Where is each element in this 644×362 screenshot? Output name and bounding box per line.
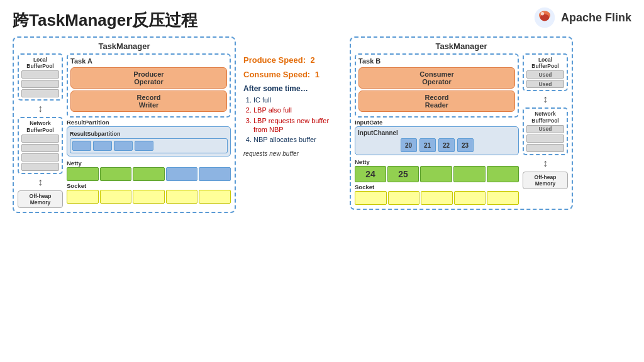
ic-cell-22: 22	[438, 138, 455, 152]
produce-speed-line: Produce Speed: 2	[243, 55, 342, 65]
right-offheap: Off-heapMemory	[523, 172, 568, 189]
left-net-buf-2	[21, 144, 59, 152]
right-socket-cell-2	[388, 191, 420, 205]
left-netty-cell-5	[199, 167, 231, 181]
right-socket-cell-3	[421, 191, 453, 205]
task-a-label: Task A	[70, 57, 227, 65]
right-local-bp-grid: Used Used	[526, 70, 564, 88]
task-b-label: Task B	[358, 57, 515, 65]
middle-annotation: Produce Speed: 2 Consume Speed: 1 After …	[241, 36, 345, 157]
left-socket-cell-3	[133, 190, 165, 204]
record-writer: RecordWriter	[70, 90, 227, 112]
right-buffer-pools: LocalBufferPool Used Used ↕ NetworkBuffe…	[523, 53, 568, 189]
left-task-col: Task A ProducerOperator RecordWriter Res…	[67, 53, 231, 204]
ic-row: 20 21 22 23	[358, 138, 516, 152]
ic-cell-20: 20	[401, 138, 417, 152]
left-socket-cell-1	[67, 190, 99, 204]
right-local-bp-title: LocalBufferPool	[526, 57, 564, 69]
after-item-3: LBP requests new buffer from NBP	[253, 116, 342, 134]
left-local-buf-2	[21, 80, 59, 88]
result-subpartition-label: ResultSubpartition	[70, 131, 228, 137]
right-socket-cell-1	[355, 191, 387, 205]
inputchannel: InputChannel 20 21 22 23	[355, 126, 519, 155]
after-item-1: IC full	[253, 96, 342, 104]
inputchannel-label: InputChannel	[358, 129, 516, 136]
left-net-buf-3	[21, 153, 59, 162]
after-time-list: IC full LBP also full LBP requests new b…	[243, 96, 342, 144]
left-local-bp-grid	[21, 70, 59, 97]
after-item-4: NBP allocates buffer	[253, 135, 342, 144]
right-tm-inner: Task B ConsumerOperator RecordReader Inp…	[355, 53, 568, 205]
left-net-buf-4	[21, 163, 59, 171]
right-local-buf-used-1: Used	[526, 70, 564, 79]
result-partition-label: ResultPartition	[67, 119, 231, 126]
flink-icon	[533, 6, 556, 29]
left-socket-cell-5	[199, 190, 231, 204]
consume-speed-line: Consume Speed: 1	[243, 70, 342, 79]
left-netty-label: Netty	[67, 160, 231, 167]
ic-cell-21: 21	[419, 138, 436, 152]
requests-new-buffer-label: requests new buffer	[243, 150, 342, 157]
right-netty-cell-4	[453, 166, 486, 182]
left-socket-row	[67, 190, 231, 204]
subpart-inner	[70, 138, 228, 153]
right-bp-arrow-down: ↕	[523, 94, 568, 105]
left-tm-inner: LocalBufferPool ↕ NetworkBufferPool	[18, 53, 231, 208]
left-net-buf-1	[21, 134, 59, 143]
right-socket-label: Socket	[355, 184, 519, 190]
left-socket-cell-4	[166, 190, 198, 204]
right-netty-row: 24 25	[355, 166, 519, 182]
left-local-buf-1	[21, 70, 59, 79]
svg-point-3	[541, 12, 544, 15]
logo-text: Apache Flink	[561, 11, 631, 25]
right-network-bp-grid: Used	[526, 125, 564, 152]
subpart-cell-2	[93, 141, 112, 151]
left-network-bp: NetworkBufferPool	[18, 117, 63, 173]
left-local-buf-3	[21, 89, 59, 97]
left-socket-label: Socket	[67, 182, 231, 189]
netty-cell-24: 24	[355, 166, 386, 182]
after-item-2: LBP also full	[253, 106, 342, 114]
left-bp-arrow-down: ↕	[18, 103, 63, 114]
ic-cell-23: 23	[457, 138, 474, 152]
left-network-bp-title: NetworkBufferPool	[21, 120, 59, 133]
left-local-bp: LocalBufferPool	[18, 53, 63, 101]
right-local-buf-used-2: Used	[526, 80, 564, 88]
right-taskmanager: TaskManager Task B ConsumerOperator Reco…	[350, 36, 573, 210]
result-subpartition: ResultSubpartition	[67, 126, 231, 156]
right-net-buf-3	[526, 144, 564, 152]
left-netty-cell-4	[166, 167, 198, 181]
right-socket-row	[355, 191, 519, 205]
after-time-label: After some time…	[243, 84, 342, 93]
left-netty-cell-2	[100, 167, 132, 181]
right-net-buf-used: Used	[526, 125, 564, 133]
left-network-bp-grid	[21, 134, 59, 171]
left-net-arrow-down: ↕	[18, 177, 63, 188]
right-network-bp-title: NetworkBufferPool	[526, 111, 564, 123]
svg-point-2	[540, 14, 549, 21]
subpart-cell-3	[114, 141, 133, 151]
producer-operator: ProducerOperator	[70, 67, 227, 89]
left-buffer-pools: LocalBufferPool ↕ NetworkBufferPool	[18, 53, 63, 208]
subpart-cell-4	[135, 141, 153, 151]
right-netty-cell-3	[420, 166, 452, 182]
inputgate-label: InputGate	[355, 119, 519, 126]
after-time-section: After some time… IC full LBP also full L…	[243, 84, 342, 145]
task-a-box: Task A ProducerOperator RecordWriter	[67, 53, 231, 118]
left-netty-row	[67, 167, 231, 181]
record-reader: RecordReader	[358, 90, 515, 112]
left-taskmanager: TaskManager LocalBufferPool ↕	[13, 36, 236, 213]
main-diagram: TaskManager LocalBufferPool ↕	[13, 36, 631, 213]
right-netty-label: Netty	[355, 158, 519, 165]
left-netty-cell-1	[67, 167, 99, 181]
left-tm-label: TaskManager	[18, 41, 231, 51]
right-socket-cell-5	[487, 191, 519, 205]
right-netty-cell-5	[487, 166, 519, 182]
task-b-box: Task B ConsumerOperator RecordReader	[355, 53, 519, 118]
right-socket-cell-4	[454, 191, 486, 205]
left-offheap: Off-heapMemory	[18, 190, 63, 208]
right-task-col: Task B ConsumerOperator RecordReader Inp…	[355, 53, 519, 205]
left-local-bp-title: LocalBufferPool	[21, 57, 59, 69]
consumer-operator: ConsumerOperator	[358, 67, 515, 89]
subpart-cell-1	[72, 141, 91, 151]
